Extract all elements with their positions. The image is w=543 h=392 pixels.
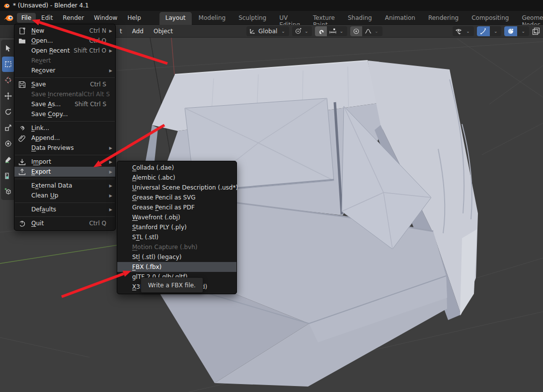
tab-sculpting[interactable]: Sculpting <box>233 12 272 25</box>
overlays-group: ⌄ <box>504 26 529 36</box>
file-menu-item-quit[interactable]: QuitCtrl Q <box>14 218 115 228</box>
menu-item-label: Save As... <box>31 101 75 108</box>
tab-compositing[interactable]: Compositing <box>465 12 515 25</box>
tab-uv-editing[interactable]: UV Editing <box>273 12 306 25</box>
file-menu-item-export[interactable]: Export▶ <box>14 167 115 177</box>
chevron-down-icon: ⌄ <box>492 29 499 34</box>
chevron-down-icon: ⌄ <box>280 29 287 34</box>
menu-item-label: Stl (.stl) (legacy) <box>132 254 228 261</box>
export-menu-item-grease-pencil-as-svg[interactable]: Grease Pencil as SVG <box>117 193 236 202</box>
object-visibility-dropdown[interactable]: ⌄ <box>453 26 474 36</box>
submenu-arrow-icon: ▶ <box>107 68 112 73</box>
xray-toggle-icon[interactable] <box>532 27 540 35</box>
file-menu-item-open[interactable]: Open...Ctrl O <box>14 36 115 46</box>
tab-shading[interactable]: Shading <box>342 12 378 25</box>
file-menu-item-defaults[interactable]: Defaults▶ <box>14 204 115 214</box>
proportional-falloff-dropdown[interactable]: ⌄ <box>362 26 383 36</box>
file-menu: NewCtrl N▶Open...Ctrl OOpen RecentShift … <box>14 24 116 231</box>
menubar-window[interactable]: Window <box>89 13 122 23</box>
tab-animation[interactable]: Animation <box>379 12 421 25</box>
submenu-arrow-icon: ▶ <box>107 146 112 150</box>
menu-separator <box>14 75 115 79</box>
file-menu-item-open-recent[interactable]: Open RecentShift Ctrl O▶ <box>14 46 115 56</box>
snap-target-dropdown[interactable]: ⌄ <box>327 26 347 36</box>
menu-item-label: Save <box>31 81 90 88</box>
blender-logo-icon <box>3 2 10 9</box>
menubar-file[interactable]: File <box>17 13 36 23</box>
move-tool[interactable] <box>2 88 14 104</box>
menu-separator <box>14 200 115 204</box>
chevron-down-icon: ⌄ <box>373 29 380 34</box>
export-menu-item-stl-stl[interactable]: STL (.stl) <box>117 232 236 242</box>
show-overlays-toggle[interactable] <box>504 26 517 36</box>
file-menu-item-save[interactable]: SaveCtrl S <box>14 79 115 89</box>
menu-item-shortcut: Shift Ctrl O <box>74 47 106 54</box>
cursor-tool[interactable] <box>2 72 14 88</box>
file-menu-item-data-previews[interactable]: Data Previews▶ <box>14 143 115 153</box>
file-menu-item-append[interactable]: Append... <box>14 133 115 143</box>
viewport-menu-object[interactable]: Object <box>150 27 177 36</box>
folder-icon <box>18 37 31 45</box>
save-icon <box>18 81 31 88</box>
snapping-group: ⌄ <box>315 26 347 36</box>
chevron-down-icon: ⌄ <box>520 29 527 34</box>
chevron-down-icon: ⌄ <box>303 29 310 34</box>
export-menu-item-alembic-abc[interactable]: Alembic (.abc) <box>117 173 236 183</box>
file-menu-item-revert: Revert <box>14 56 115 65</box>
measure-tool[interactable] <box>2 168 14 183</box>
file-menu-item-clean-up[interactable]: Clean Up▶ <box>14 191 115 200</box>
eye-cursor-icon <box>455 27 463 35</box>
snap-toggle[interactable] <box>315 26 327 36</box>
tab-layout[interactable]: Layout <box>159 12 192 25</box>
export-menu-item-universal-scene-description-usd[interactable]: Universal Scene Description (.usd*) <box>117 183 236 193</box>
tweak-select-tool[interactable] <box>2 41 14 56</box>
orientation-value: Global <box>257 28 278 35</box>
menu-item-shortcut: Ctrl Q <box>89 220 106 227</box>
export-menu-item-grease-pencil-as-pdf[interactable]: Grease Pencil as PDF <box>117 202 236 212</box>
select-box-tool[interactable] <box>2 57 14 72</box>
file-menu-item-save-as[interactable]: Save As...Shift Ctrl S <box>14 99 115 109</box>
submenu-arrow-icon: ▶ <box>107 49 112 53</box>
overlays-dropdown[interactable]: ⌄ <box>517 26 529 36</box>
menu-item-label: STL (.stl) <box>132 234 228 241</box>
transform-orientation-dropdown[interactable]: Global ⌄ <box>246 26 289 36</box>
file-menu-item-save-copy[interactable]: Save Copy... <box>14 109 115 119</box>
export-menu-item-motion-capture-bvh: Motion Capture (.bvh) <box>117 242 236 252</box>
menu-item-label: Recover <box>31 67 106 74</box>
pivot-point-dropdown[interactable]: ⌄ <box>292 26 312 36</box>
file-menu-item-new[interactable]: NewCtrl N▶ <box>14 26 115 36</box>
blender-window: * (Unsaved) - Blender 4.1 FileEditRender… <box>0 0 543 392</box>
viewport-header-menus: tAddObject <box>116 27 177 36</box>
export-menu-item-fbx-fbx[interactable]: FBX (.fbx) <box>117 262 236 272</box>
menubar-render[interactable]: Render <box>58 13 88 23</box>
menu-separator <box>14 119 115 123</box>
annotate-tool[interactable] <box>2 152 14 167</box>
add-cube-tool[interactable] <box>2 184 14 199</box>
viewport-menu-t[interactable]: t <box>116 27 126 36</box>
tab-rendering[interactable]: Rendering <box>422 12 465 25</box>
tab-geometry-nodes[interactable]: Geometry Nodes <box>516 12 543 25</box>
file-menu-item-import[interactable]: Import▶ <box>14 157 115 167</box>
export-menu-item-wavefront-obj[interactable]: Wavefront (.obj) <box>117 212 236 222</box>
menu-item-label: Clean Up <box>31 192 106 199</box>
proportional-edit-toggle[interactable] <box>350 26 362 36</box>
proportional-edit-icon <box>353 28 360 35</box>
gizmos-dropdown[interactable]: ⌄ <box>490 26 502 36</box>
rotate-tool[interactable] <box>2 104 14 120</box>
menubar-help[interactable]: Help <box>123 13 145 23</box>
tab-texture-paint[interactable]: Texture Paint <box>307 12 341 25</box>
transform-tool[interactable] <box>2 136 14 151</box>
file-menu-item-link[interactable]: Link... <box>14 123 115 133</box>
menubar-edit[interactable]: Edit <box>37 13 57 23</box>
submenu-arrow-icon: ▶ <box>107 170 112 174</box>
viewport-menu-add[interactable]: Add <box>128 27 148 36</box>
export-menu-item-stanford-ply-ply[interactable]: Stanford PLY (.ply) <box>117 222 236 232</box>
export-menu-item-stl-stl-legacy[interactable]: Stl (.stl) (legacy) <box>117 252 236 262</box>
scale-tool[interactable] <box>2 120 14 135</box>
tab-modeling[interactable]: Modeling <box>193 12 232 25</box>
show-gizmos-toggle[interactable] <box>477 26 490 36</box>
export-menu-item-collada-dae[interactable]: Collada (.dae) <box>117 163 236 173</box>
file-menu-item-external-data[interactable]: External Data▶ <box>14 181 115 191</box>
menu-item-label: Export <box>31 168 106 175</box>
file-menu-item-recover[interactable]: Recover▶ <box>14 65 115 75</box>
